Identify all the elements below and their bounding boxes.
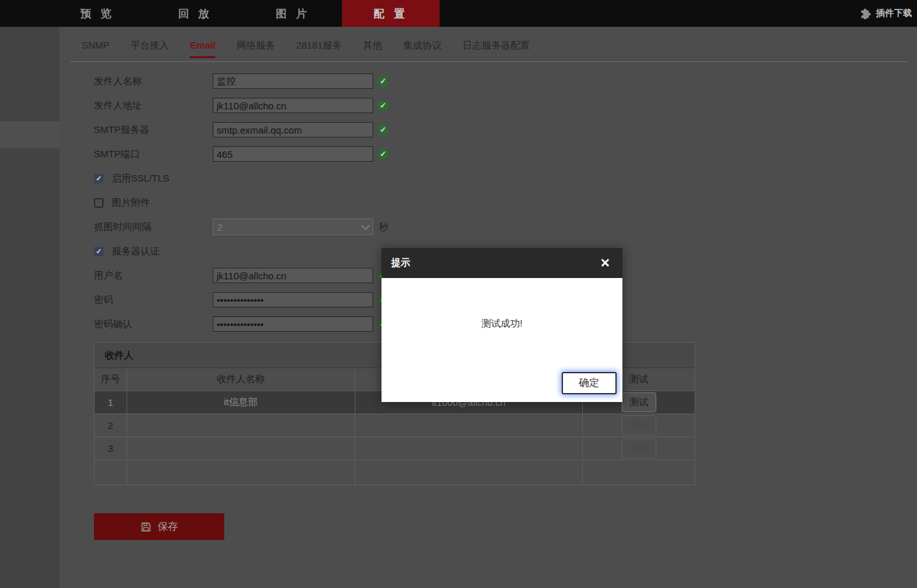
sender-address-input[interactable] <box>213 98 373 113</box>
left-sidebar <box>0 27 59 588</box>
nav-items: 预 览 回 放 图 片 配 置 <box>49 0 917 27</box>
table-row-2[interactable]: 2 测试 <box>95 414 695 437</box>
smtp-port-label: SMTP端口 <box>94 148 213 160</box>
close-icon[interactable]: ✕ <box>597 256 613 270</box>
row-seq: 1 <box>95 391 127 414</box>
image-attachment-checkbox[interactable] <box>94 198 104 208</box>
tab-log-server-config[interactable]: 日志服务器配置 <box>463 40 530 58</box>
sender-name-input[interactable] <box>213 74 373 89</box>
form-row-smtp-port: SMTP端口 ✓ <box>94 142 389 166</box>
smtp-port-input[interactable] <box>213 146 373 162</box>
tab-platform-access[interactable]: 平台接入 <box>130 40 169 58</box>
row-seq: 2 <box>95 414 127 437</box>
ok-button[interactable]: 确定 <box>562 372 617 394</box>
snapshot-interval-unit: 秒 <box>379 221 389 233</box>
row-address <box>355 437 583 460</box>
tab-28181-service[interactable]: 28181服务 <box>296 40 342 58</box>
password-label: 密码 <box>94 294 213 306</box>
dialog-title: 提示 <box>391 257 597 269</box>
snapshot-interval-select[interactable]: 2 <box>213 219 373 235</box>
sidebar-highlight-band <box>0 121 59 148</box>
test-button-row-2[interactable]: 测试 <box>622 415 656 435</box>
sender-address-label: 发件人地址 <box>94 100 213 112</box>
form-row-snapshot-interval: 抓图时间间隔 2 秒 <box>94 215 389 239</box>
server-auth-checkbox[interactable]: ✓ <box>94 247 104 256</box>
snapshot-interval-label: 抓图时间间隔 <box>94 221 213 233</box>
row-seq <box>95 460 127 484</box>
plugin-download-link[interactable]: 插件下载 <box>860 0 912 27</box>
password-confirm-label: 密码确认 <box>94 318 213 330</box>
username-label: 用户名 <box>94 270 213 282</box>
image-attachment-label: 图片附件 <box>112 197 231 209</box>
valid-check-icon: ✓ <box>378 149 389 160</box>
table-row-4-empty[interactable] <box>95 460 695 484</box>
save-button-label: 保存 <box>158 520 178 534</box>
test-button-row-1[interactable]: 测试 <box>622 392 656 412</box>
form-row-sender-name: 发件人名称 ✓ <box>94 69 389 93</box>
form-row-image-attachment: 图片附件 <box>94 190 389 215</box>
tab-other[interactable]: 其他 <box>363 40 382 58</box>
row-address <box>355 414 583 437</box>
smtp-server-label: SMTP服务器 <box>94 124 213 136</box>
chevron-down-icon <box>361 221 370 230</box>
save-floppy-icon <box>141 522 151 532</box>
form-row-password: 密码 ✓ <box>94 288 389 312</box>
dialog-message: 测试成功! <box>381 318 622 330</box>
test-button-row-3[interactable]: 测试 <box>622 438 656 458</box>
row-address <box>355 460 583 484</box>
valid-check-icon: ✓ <box>378 125 389 135</box>
sender-name-label: 发件人名称 <box>94 75 213 88</box>
tab-snmp[interactable]: SNMP <box>82 40 109 56</box>
row-seq: 3 <box>95 437 127 460</box>
form-row-smtp-server: SMTP服务器 ✓ <box>94 118 389 142</box>
row-name <box>127 437 355 460</box>
plugin-download-label: 插件下载 <box>876 8 912 19</box>
snapshot-interval-value: 2 <box>217 222 222 233</box>
prompt-dialog: 提示 ✕ 测试成功! 确定 <box>381 248 622 402</box>
form-row-ssl: ✓ 启用SSL/TLS <box>94 166 389 190</box>
config-tab-bar: SNMP 平台接入 Email 网络服务 28181服务 其他 集成协议 日志服… <box>70 27 907 62</box>
puzzle-icon <box>860 8 872 19</box>
server-auth-label: 服务器认证 <box>112 245 231 258</box>
tab-email[interactable]: Email <box>190 40 215 58</box>
form-row-sender-address: 发件人地址 ✓ <box>94 93 389 118</box>
nav-item-picture[interactable]: 图 片 <box>244 0 342 27</box>
row-name: it信息部 <box>127 391 355 414</box>
dialog-body: 测试成功! 确定 <box>381 278 622 402</box>
password-confirm-input[interactable] <box>213 316 373 332</box>
valid-check-icon: ✓ <box>378 76 389 87</box>
row-name <box>127 414 355 437</box>
tab-integration-protocol[interactable]: 集成协议 <box>403 40 442 58</box>
form-row-username: 用户名 ✓ <box>94 263 389 288</box>
row-name <box>127 460 355 484</box>
username-input[interactable] <box>213 268 373 283</box>
tab-network-service[interactable]: 网络服务 <box>236 40 275 58</box>
save-button[interactable]: 保存 <box>94 513 224 540</box>
header-seq: 序号 <box>95 368 127 391</box>
nav-item-preview[interactable]: 预 览 <box>49 0 146 27</box>
ssl-label: 启用SSL/TLS <box>112 173 231 185</box>
dialog-header: 提示 ✕ <box>381 248 622 278</box>
form-row-password-confirm: 密码确认 ✓ <box>94 312 389 336</box>
table-row-3[interactable]: 3 测试 <box>95 437 695 460</box>
nav-item-playback[interactable]: 回 放 <box>146 0 244 27</box>
password-input[interactable] <box>213 292 373 307</box>
ssl-checkbox[interactable]: ✓ <box>94 174 104 183</box>
smtp-server-input[interactable] <box>213 122 373 137</box>
header-name: 收件人名称 <box>127 368 355 391</box>
nav-item-config[interactable]: 配 置 <box>342 0 440 27</box>
top-navigation-bar: 预 览 回 放 图 片 配 置 插件下载 <box>0 0 917 27</box>
email-settings-form: 发件人名称 ✓ 发件人地址 ✓ SMTP服务器 ✓ SMTP端口 ✓ ✓ 启用S… <box>94 69 389 336</box>
form-row-server-auth: ✓ 服务器认证 <box>94 239 389 263</box>
valid-check-icon: ✓ <box>378 100 389 111</box>
